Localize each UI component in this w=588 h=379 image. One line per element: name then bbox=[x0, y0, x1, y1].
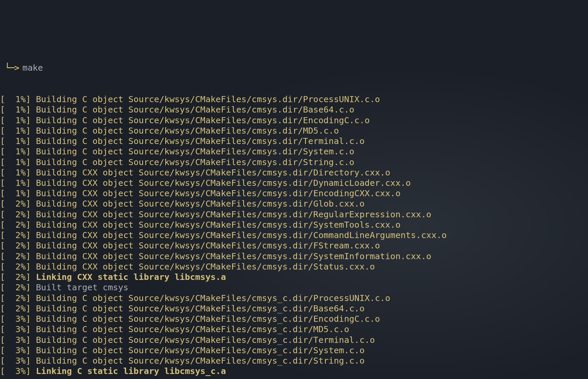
building-message: Building CXX object Source/kwsys/CMakeFi… bbox=[36, 230, 447, 240]
build-output-lines: [ 1%] Building C object Source/kwsys/CMa… bbox=[0, 94, 588, 376]
progress-percent: 1% bbox=[5, 178, 25, 188]
progress-percent: 3% bbox=[5, 356, 25, 366]
building-message: Building C object Source/kwsys/CMakeFile… bbox=[36, 136, 365, 146]
bracket-close: ] bbox=[26, 251, 36, 261]
bracket-open: [ bbox=[0, 251, 5, 261]
progress-percent: 2% bbox=[5, 220, 25, 230]
building-message: Building C object Source/kwsys/CMakeFile… bbox=[36, 126, 339, 136]
progress-percent: 1% bbox=[5, 136, 25, 146]
bracket-open: [ bbox=[0, 209, 5, 219]
output-line: [ 2%] Building CXX object Source/kwsys/C… bbox=[0, 261, 588, 272]
progress-percent: 1% bbox=[5, 167, 25, 177]
bracket-close: ] bbox=[26, 345, 36, 355]
progress-percent: 2% bbox=[5, 261, 25, 272]
output-line: [ 1%] Building C object Source/kwsys/CMa… bbox=[0, 94, 588, 104]
progress-percent: 1% bbox=[5, 188, 25, 198]
bracket-close: ] bbox=[26, 115, 36, 125]
bracket-close: ] bbox=[26, 136, 36, 146]
built-target-message: Built target cmsys bbox=[36, 282, 128, 292]
progress-percent: 2% bbox=[5, 251, 25, 261]
building-message: Building C object Source/kwsys/CMakeFile… bbox=[36, 293, 390, 303]
building-message: Building C object Source/kwsys/CMakeFile… bbox=[36, 324, 350, 334]
output-line: [ 2%] Building CXX object Source/kwsys/C… bbox=[0, 209, 588, 220]
progress-percent: 3% bbox=[5, 324, 25, 334]
building-message: Building C object Source/kwsys/CMakeFile… bbox=[36, 314, 380, 324]
bracket-open: [ bbox=[0, 136, 5, 146]
progress-percent: 2% bbox=[5, 209, 25, 219]
building-message: Building CXX object Source/kwsys/CMakeFi… bbox=[36, 167, 390, 177]
building-message: Building C object Source/kwsys/CMakeFile… bbox=[36, 335, 375, 345]
output-line: [ 2%] Building CXX object Source/kwsys/C… bbox=[0, 230, 588, 240]
progress-percent: 2% bbox=[5, 293, 25, 303]
progress-percent: 3% bbox=[5, 335, 25, 345]
prompt-command: make bbox=[22, 63, 43, 73]
output-line: [ 2%] Building CXX object Source/kwsys/C… bbox=[0, 220, 588, 230]
progress-percent: 1% bbox=[5, 104, 25, 115]
progress-percent: 1% bbox=[5, 94, 25, 104]
bracket-close: ] bbox=[26, 324, 36, 334]
bracket-open: [ bbox=[0, 146, 5, 156]
output-line: [ 1%] Building CXX object Source/kwsys/C… bbox=[0, 167, 588, 178]
building-message: Building CXX object Source/kwsys/CMakeFi… bbox=[36, 188, 401, 198]
building-message: Building CXX object Source/kwsys/CMakeFi… bbox=[36, 240, 380, 250]
bracket-close: ] bbox=[26, 188, 36, 198]
bracket-close: ] bbox=[26, 272, 36, 282]
bracket-open: [ bbox=[0, 345, 5, 355]
bracket-open: [ bbox=[0, 261, 5, 272]
building-message: Building CXX object Source/kwsys/CMakeFi… bbox=[36, 220, 401, 230]
building-message: Building C object Source/kwsys/CMakeFile… bbox=[36, 115, 370, 125]
bracket-open: [ bbox=[0, 199, 5, 209]
output-line: [ 3%] Building C object Source/kwsys/CMa… bbox=[0, 356, 588, 366]
bracket-open: [ bbox=[0, 293, 5, 303]
bracket-close: ] bbox=[26, 199, 36, 209]
output-line: [ 3%] Building C object Source/kwsys/CMa… bbox=[0, 314, 588, 324]
bracket-close: ] bbox=[26, 104, 36, 115]
building-message: Building C object Source/kwsys/CMakeFile… bbox=[36, 303, 365, 313]
building-message: Building C object Source/kwsys/CMakeFile… bbox=[36, 356, 365, 366]
progress-percent: 2% bbox=[5, 282, 25, 292]
bracket-close: ] bbox=[26, 356, 36, 366]
progress-percent: 3% bbox=[5, 345, 25, 355]
progress-percent: 1% bbox=[5, 157, 25, 167]
terminal-output[interactable]: └─> make [ 1%] Building C object Source/… bbox=[0, 42, 588, 379]
bracket-open: [ bbox=[0, 240, 5, 250]
progress-percent: 1% bbox=[5, 115, 25, 125]
bracket-close: ] bbox=[26, 335, 36, 345]
bracket-close: ] bbox=[26, 230, 36, 240]
bracket-close: ] bbox=[26, 282, 36, 292]
bracket-open: [ bbox=[0, 230, 5, 240]
bracket-open: [ bbox=[0, 188, 5, 198]
building-message: Building CXX object Source/kwsys/CMakeFi… bbox=[36, 199, 365, 209]
progress-percent: 2% bbox=[5, 199, 25, 209]
prompt-arrow-icon: └─> bbox=[5, 63, 19, 73]
bracket-open: [ bbox=[0, 366, 5, 376]
bracket-open: [ bbox=[0, 126, 5, 136]
building-message: Building C object Source/kwsys/CMakeFile… bbox=[36, 345, 365, 355]
building-message: Building CXX object Source/kwsys/CMakeFi… bbox=[36, 251, 431, 261]
output-line: [ 2%] Building CXX object Source/kwsys/C… bbox=[0, 240, 588, 251]
bracket-open: [ bbox=[0, 282, 5, 292]
bracket-open: [ bbox=[0, 104, 5, 115]
bracket-open: [ bbox=[0, 303, 5, 313]
output-line: [ 1%] Building C object Source/kwsys/CMa… bbox=[0, 146, 588, 157]
progress-percent: 3% bbox=[5, 314, 25, 324]
bracket-open: [ bbox=[0, 220, 5, 230]
bracket-close: ] bbox=[26, 167, 36, 177]
output-line: [ 3%] Linking C static library libcmsys_… bbox=[0, 366, 588, 376]
bracket-close: ] bbox=[26, 94, 36, 104]
progress-percent: 1% bbox=[5, 126, 25, 136]
output-line: [ 2%] Built target cmsys bbox=[0, 282, 588, 293]
output-line: [ 1%] Building C object Source/kwsys/CMa… bbox=[0, 126, 588, 136]
progress-percent: 2% bbox=[5, 240, 25, 250]
bracket-close: ] bbox=[26, 261, 36, 272]
bracket-close: ] bbox=[26, 178, 36, 188]
bracket-close: ] bbox=[26, 293, 36, 303]
building-message: Building CXX object Source/kwsys/CMakeFi… bbox=[36, 178, 411, 188]
bracket-open: [ bbox=[0, 167, 5, 177]
bracket-open: [ bbox=[0, 272, 5, 282]
output-line: [ 1%] Building CXX object Source/kwsys/C… bbox=[0, 178, 588, 188]
prompt-line: └─> make bbox=[0, 63, 588, 73]
building-message: Building CXX object Source/kwsys/CMakeFi… bbox=[36, 261, 375, 272]
bracket-close: ] bbox=[26, 126, 36, 136]
output-line: [ 1%] Building C object Source/kwsys/CMa… bbox=[0, 104, 588, 115]
